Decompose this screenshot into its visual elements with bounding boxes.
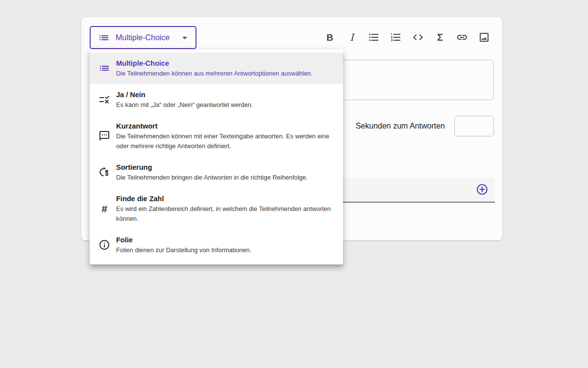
menu-item-finde-die-zahl[interactable]: # Finde die Zahl Es wird ein Zahlenberei… (90, 188, 343, 229)
question-type-label: Multiple-Choice (116, 33, 173, 42)
item-title: Finde die Zahl (116, 193, 333, 204)
seconds-input[interactable] (454, 116, 494, 136)
bulleted-list-icon (98, 62, 110, 74)
sort-icon (98, 166, 110, 178)
formula-button[interactable]: Σ (434, 31, 446, 43)
info-icon (98, 239, 110, 251)
item-description: Folien dienen zur Darstellung von Inform… (116, 245, 251, 255)
rule-icon (98, 94, 110, 105)
image-icon (478, 31, 490, 43)
bold-button[interactable]: B (324, 31, 336, 43)
formatting-toolbar: B I Σ (324, 31, 490, 43)
code-icon (412, 31, 424, 43)
sigma-icon: Σ (437, 32, 443, 42)
item-description: Die Teilnehmenden können mit einer Texte… (116, 131, 333, 151)
italic-icon: I (350, 32, 354, 42)
image-button[interactable] (478, 31, 490, 43)
bold-icon: B (326, 33, 333, 42)
menu-item-sortierung[interactable]: Sortierung Die Teilnehmenden bringen die… (90, 157, 343, 188)
numbered-list-icon (390, 31, 402, 43)
item-title: Multiple-Choice (116, 58, 313, 69)
bulleted-list-button[interactable] (368, 31, 380, 43)
question-type-menu: Multiple-Choice Die Teilnehmenden können… (90, 50, 343, 264)
menu-item-multiple-choice[interactable]: Multiple-Choice Die Teilnehmenden können… (90, 53, 343, 84)
item-description: Die Teilnehmenden können aus mehreren An… (116, 69, 313, 79)
menu-item-folie[interactable]: Folie Folien dienen zur Darstellung von … (90, 229, 343, 261)
item-title: Ja / Nein (116, 89, 253, 100)
menu-item-kurzantwort[interactable]: Kurzantwort Die Teilnehmenden können mit… (90, 115, 343, 157)
plus-circle-icon (476, 183, 489, 197)
italic-button[interactable]: I (346, 31, 358, 43)
item-title: Kurzantwort (116, 121, 333, 131)
menu-item-ja-nein[interactable]: Ja / Nein Es kann mit „Ja“ oder „Nein“ g… (90, 84, 343, 115)
hash-icon: # (98, 203, 110, 214)
link-button[interactable] (456, 31, 468, 43)
chat-bubble-icon (98, 130, 110, 142)
bulleted-list-icon (98, 32, 110, 44)
item-description: Es wird ein Zahlenbereich definiert, in … (116, 204, 333, 224)
chevron-down-icon (179, 32, 191, 44)
link-icon (456, 31, 468, 43)
item-description: Es kann mit „Ja“ oder „Nein“ geantwortet… (116, 100, 253, 110)
bulleted-list-icon (368, 31, 380, 43)
numbered-list-button[interactable] (390, 31, 402, 43)
timer-row: Sekunden zum Antworten (356, 116, 494, 136)
question-type-select[interactable]: Multiple-Choice (90, 26, 196, 49)
code-button[interactable] (412, 31, 424, 43)
item-title: Folie (116, 235, 251, 245)
item-title: Sortierung (116, 162, 308, 173)
add-answer-button[interactable] (476, 184, 489, 196)
item-description: Die Teilnehmenden bringen die Antworten … (116, 173, 308, 183)
seconds-label: Sekunden zum Antworten (356, 122, 445, 131)
